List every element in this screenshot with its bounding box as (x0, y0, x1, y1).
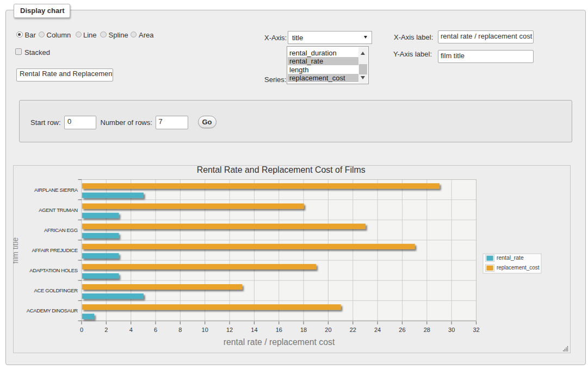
svg-text:replacement_cost: replacement_cost (497, 265, 540, 271)
svg-text:14: 14 (251, 327, 257, 333)
svg-text:32: 32 (473, 327, 479, 333)
svg-text:4: 4 (129, 327, 133, 333)
svg-text:12: 12 (226, 327, 233, 333)
svg-text:ACE GOLDFINGER: ACE GOLDFINGER (34, 287, 78, 293)
svg-text:10: 10 (202, 327, 208, 333)
svg-text:ADAPTATION HOLES: ADAPTATION HOLES (29, 267, 78, 273)
svg-text:AFRICAN EGG: AFRICAN EGG (44, 227, 78, 233)
svg-text:AIRPLANE SIERRA: AIRPLANE SIERRA (34, 187, 78, 193)
svg-text:18: 18 (300, 327, 307, 333)
svg-text:24: 24 (374, 327, 381, 333)
svg-text:ACADEMY DINOSAUR: ACADEMY DINOSAUR (27, 308, 78, 313)
svg-text:rental rate / replacement cost: rental rate / replacement cost (224, 337, 335, 347)
svg-text:rental_rate: rental_rate (497, 255, 524, 261)
svg-text:26: 26 (399, 327, 405, 333)
svg-text:0: 0 (80, 327, 83, 333)
svg-text:film title: film title (13, 237, 20, 264)
svg-text:30: 30 (448, 327, 455, 333)
svg-text:22: 22 (350, 327, 356, 333)
svg-text:Rental Rate and Replacement Co: Rental Rate and Replacement Cost of Film… (197, 165, 366, 174)
svg-text:20: 20 (325, 327, 331, 333)
svg-text:2: 2 (104, 327, 108, 333)
svg-text:AFFAIR PREJUDICE: AFFAIR PREJUDICE (32, 247, 78, 253)
svg-text:AGENT TRUMAN: AGENT TRUMAN (39, 207, 78, 213)
svg-text:6: 6 (154, 327, 157, 333)
svg-text:8: 8 (178, 327, 182, 333)
svg-text:16: 16 (276, 327, 282, 333)
svg-text:28: 28 (424, 327, 430, 333)
